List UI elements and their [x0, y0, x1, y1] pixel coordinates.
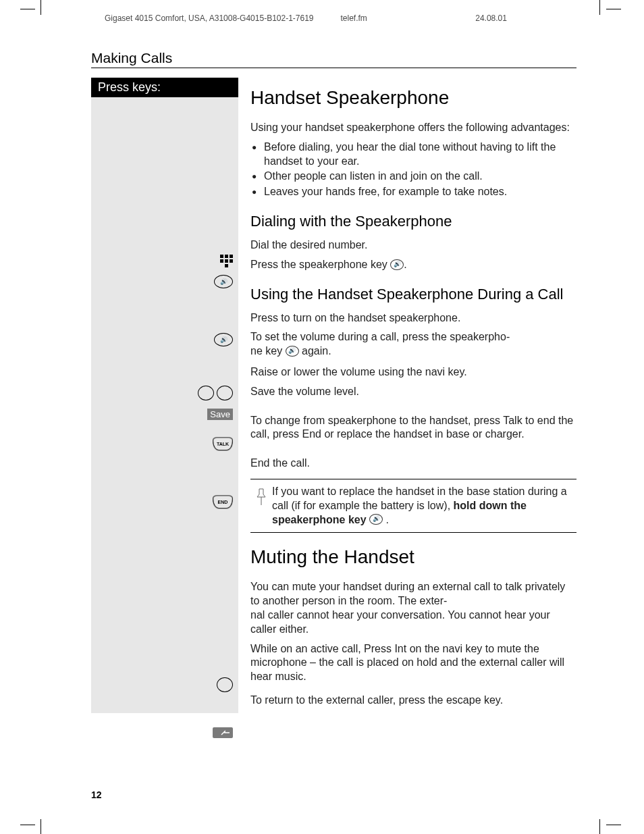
pushpin-icon [250, 485, 272, 510]
escape-key-icon [213, 727, 233, 738]
speakerphone-inline-icon: 🔊 [390, 259, 404, 270]
note-box: If you want to replace the handset in th… [250, 479, 576, 533]
step-press-speaker: Press the speakerphone key 🔊. [250, 259, 407, 270]
speakerphone-key-icon: 🔊 [214, 333, 233, 346]
speakerphone-key-icon: 🔊 [214, 275, 233, 288]
header-product: Gigaset 4015 Comfort, USA, A31008-G4015-… [105, 14, 341, 23]
talk-key-icon: TALK [213, 437, 233, 450]
step-change-talk: To change from speakerphone to the hands… [250, 415, 573, 440]
navi-key-icon [217, 677, 233, 692]
keypad-icon [220, 255, 233, 267]
navi-key-icon [198, 386, 233, 400]
speakerphone-intro: Using your handset speakerphone offers t… [250, 121, 576, 135]
muting-intro: You can mute your handset during an exte… [250, 580, 576, 636]
running-header: Gigaset 4015 Comfort, USA, A31008-G4015-… [105, 14, 576, 23]
end-key-icon: END [213, 495, 233, 509]
heading-during-call: Using the Handset Speakerphone During a … [250, 286, 576, 303]
key-column: Press keys: 🔊 🔊 Save TALK END [91, 78, 238, 713]
press-keys-header: Press keys: [91, 78, 238, 97]
advantage-item: Other people can listen in and join on t… [250, 170, 576, 184]
header-file: telef.fm [341, 14, 476, 23]
heading-handset-speakerphone: Handset Speakerphone [250, 87, 576, 109]
note-text: If you want to replace the handset in th… [272, 485, 576, 527]
step-turn-on: Press to turn on the handset speakerphon… [250, 312, 460, 323]
step-save-volume: Save the volume level. [250, 386, 359, 397]
heading-dialing: Dialing with the Speakerphone [250, 213, 576, 230]
speakerphone-inline-icon: 🔊 [286, 346, 299, 357]
step-raise-lower: Raise or lower the volume using the navi… [250, 366, 467, 377]
step-mute-navi: While on an active call, Press Int on th… [250, 643, 564, 683]
save-softkey: Save [207, 409, 233, 420]
advantage-item: Before dialing, you hear the dial tone w… [250, 140, 576, 169]
step-set-volume: To set the volume during a call, press t… [250, 331, 510, 357]
step-end-call: End the call. [250, 457, 310, 469]
heading-muting: Muting the Handset [250, 546, 576, 568]
advantage-item: Leaves your hands free, for example to t… [250, 185, 576, 199]
section-title: Making Calls [91, 50, 576, 68]
header-date: 24.08.01 [475, 14, 576, 23]
advantages-list: Before dialing, you hear the dial tone w… [250, 140, 576, 199]
page-number: 12 [91, 789, 102, 800]
step-dial-number: Dial the desired number. [250, 239, 367, 251]
speakerphone-inline-icon: 🔊 [369, 514, 383, 525]
content-column: Handset Speakerphone Using your handset … [238, 78, 576, 713]
step-return-escape: To return to the external caller, press … [250, 694, 503, 706]
